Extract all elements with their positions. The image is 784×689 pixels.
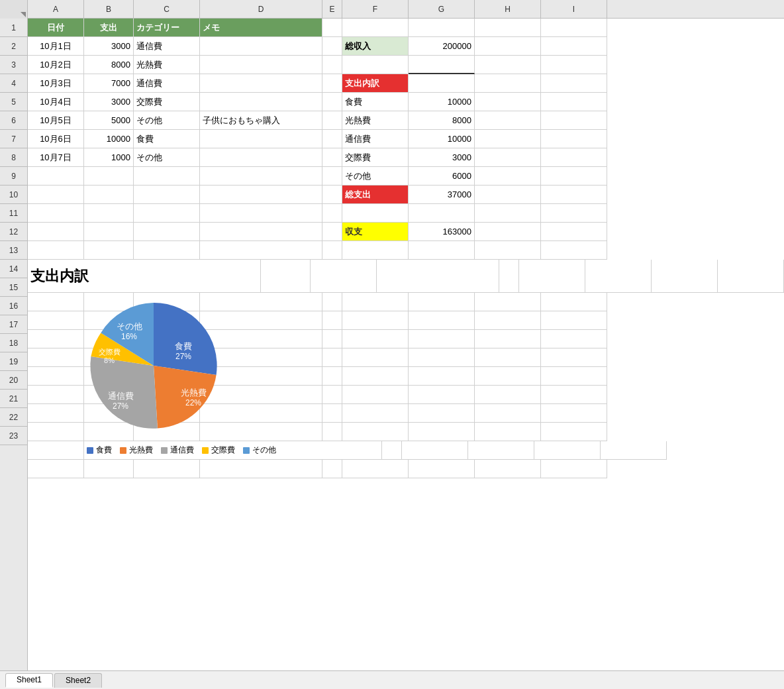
cell-12f[interactable]: 収支 — [342, 223, 409, 241]
col-header-d[interactable]: D — [200, 0, 322, 18]
cell-11d[interactable] — [200, 204, 322, 223]
cell-5h[interactable] — [475, 93, 541, 111]
cell-8c[interactable]: その他 — [134, 148, 200, 167]
cell-6e[interactable] — [322, 111, 342, 130]
row-num-15[interactable]: 15 — [0, 278, 27, 297]
cell-23c[interactable] — [134, 460, 200, 478]
cell-8f[interactable]: 交際費 — [342, 148, 409, 167]
cell-2g[interactable]: 200000 — [409, 37, 475, 56]
cell-9h[interactable] — [475, 167, 541, 186]
cell-2f[interactable]: 総収入 — [342, 37, 409, 56]
cell-12h[interactable] — [475, 223, 541, 241]
cell-5f[interactable]: 食費 — [342, 93, 409, 111]
cell-8i[interactable] — [541, 148, 607, 167]
cell-11e[interactable] — [322, 204, 342, 223]
cell-2h[interactable] — [475, 37, 541, 56]
cell-7i[interactable] — [541, 130, 607, 148]
row-num-1[interactable]: 1 — [0, 19, 27, 37]
cell-8b[interactable]: 1000 — [84, 148, 134, 167]
cell-23e[interactable] — [322, 460, 342, 478]
row-num-7[interactable]: 7 — [0, 130, 27, 148]
cell-10d[interactable] — [200, 186, 322, 204]
cell-9b[interactable] — [84, 167, 134, 186]
cell-2i[interactable] — [541, 37, 607, 56]
cell-1b[interactable]: 支出 — [84, 19, 134, 37]
cell-11f[interactable] — [342, 204, 409, 223]
cell-12i[interactable] — [541, 223, 607, 241]
cell-14i[interactable] — [718, 260, 784, 293]
cell-3d[interactable] — [200, 56, 322, 74]
cell-12a[interactable] — [28, 223, 84, 241]
cell-1f[interactable] — [342, 19, 409, 37]
row-num-2[interactable]: 2 — [0, 37, 27, 56]
row-num-18[interactable]: 18 — [0, 334, 27, 352]
cell-13h[interactable] — [475, 241, 541, 260]
cell-5i[interactable] — [541, 93, 607, 111]
cell-9e[interactable] — [322, 167, 342, 186]
row-num-6[interactable]: 6 — [0, 111, 27, 130]
cell-23g[interactable] — [409, 460, 475, 478]
cell-12b[interactable] — [84, 223, 134, 241]
cell-6a[interactable]: 10月5日 — [28, 111, 84, 130]
cell-3i[interactable] — [541, 56, 607, 74]
cell-2d[interactable] — [200, 37, 322, 56]
cell-5d[interactable] — [200, 93, 322, 111]
cell-11h[interactable] — [475, 204, 541, 223]
cell-1a[interactable]: 日付 — [28, 19, 84, 37]
cell-23i[interactable] — [541, 460, 607, 478]
cell-2a[interactable]: 10月1日 — [28, 37, 84, 56]
cell-14e[interactable] — [499, 260, 519, 293]
cell-14h[interactable] — [652, 260, 718, 293]
cell-10i[interactable] — [541, 186, 607, 204]
row-num-21[interactable]: 21 — [0, 390, 27, 408]
cell-23a[interactable] — [28, 460, 84, 478]
cell-11i[interactable] — [541, 204, 607, 223]
cell-9f[interactable]: その他 — [342, 167, 409, 186]
col-header-a[interactable]: A — [28, 0, 84, 18]
cell-4b[interactable]: 7000 — [84, 74, 134, 93]
cell-7a[interactable]: 10月6日 — [28, 130, 84, 148]
cell-1c[interactable]: カテゴリー — [134, 19, 200, 37]
cell-6i[interactable] — [541, 111, 607, 130]
cell-5c[interactable]: 交際費 — [134, 93, 200, 111]
cell-1d[interactable]: メモ — [200, 19, 322, 37]
row-num-8[interactable]: 8 — [0, 148, 27, 167]
cell-7g[interactable]: 10000 — [409, 130, 475, 148]
cell-6c[interactable]: その他 — [134, 111, 200, 130]
cell-4c[interactable]: 通信費 — [134, 74, 200, 93]
col-header-h[interactable]: H — [475, 0, 541, 18]
cell-1i[interactable] — [541, 19, 607, 37]
cell-2b[interactable]: 3000 — [84, 37, 134, 56]
cell-13d[interactable] — [200, 241, 322, 260]
col-header-f[interactable]: F — [342, 0, 409, 18]
cell-8d[interactable] — [200, 148, 322, 167]
cell-14f[interactable] — [519, 260, 585, 293]
cell-4d[interactable] — [200, 74, 322, 93]
cell-13a[interactable] — [28, 241, 84, 260]
cell-3h[interactable] — [475, 56, 541, 74]
row-num-12[interactable]: 12 — [0, 223, 27, 241]
row-num-11[interactable]: 11 — [0, 204, 27, 223]
cell-14c[interactable] — [311, 260, 377, 293]
cell-3f[interactable] — [342, 56, 409, 74]
cell-7c[interactable]: 食費 — [134, 130, 200, 148]
cell-8a[interactable]: 10月7日 — [28, 148, 84, 167]
cell-7b[interactable]: 10000 — [84, 130, 134, 148]
row-num-14[interactable]: 14 — [0, 260, 27, 278]
cell-10g[interactable]: 37000 — [409, 186, 475, 204]
cell-7d[interactable] — [200, 130, 322, 148]
tab-sheet2[interactable]: Sheet2 — [54, 673, 102, 688]
cell-3e[interactable] — [322, 56, 342, 74]
cell-5e[interactable] — [322, 93, 342, 111]
cell-7f[interactable]: 通信費 — [342, 130, 409, 148]
cell-13e[interactable] — [322, 241, 342, 260]
cell-14a[interactable]: 支出内訳 — [28, 260, 261, 293]
row-num-9[interactable]: 9 — [0, 167, 27, 186]
row-num-22[interactable]: 22 — [0, 408, 27, 427]
cell-22h[interactable] — [534, 441, 601, 460]
row-num-17[interactable]: 17 — [0, 315, 27, 334]
cell-11a[interactable] — [28, 204, 84, 223]
row-num-3[interactable]: 3 — [0, 56, 27, 74]
cell-5g[interactable]: 10000 — [409, 93, 475, 111]
cell-7e[interactable] — [322, 130, 342, 148]
